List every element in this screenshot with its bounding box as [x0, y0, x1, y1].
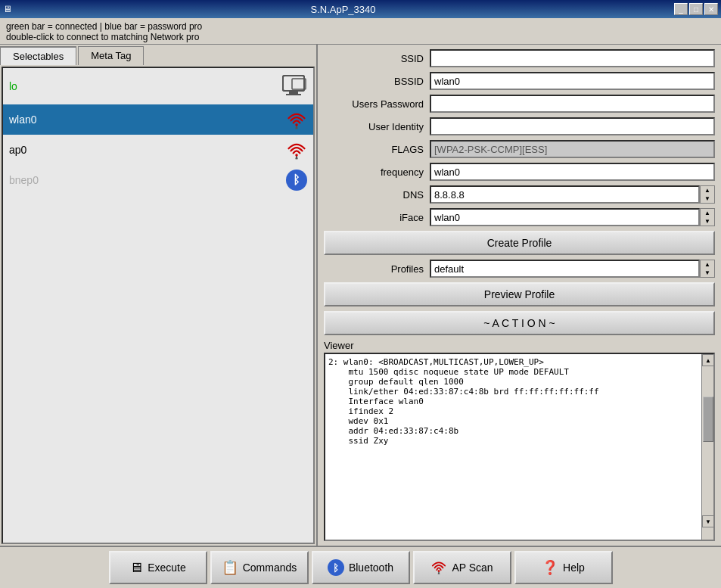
help-icon: ❓: [542, 559, 558, 576]
iface-spinner-down[interactable]: ▼: [701, 217, 714, 226]
wifi-scan-icon: [430, 558, 447, 577]
info-line2: double-click to connect to matching Netw…: [6, 32, 715, 42]
profiles-label: Profiles: [324, 263, 430, 275]
viewer-scroll-down[interactable]: ▼: [702, 515, 714, 527]
left-panel: Selectables Meta Tag lo: [0, 45, 318, 546]
bssid-label: BSSID: [324, 76, 430, 87]
dns-spinner-up[interactable]: ▲: [701, 186, 714, 194]
minimize-button[interactable]: _: [674, 3, 688, 15]
iface-label: iFace: [324, 212, 430, 223]
execute-button[interactable]: 🖥 Execute: [109, 551, 207, 584]
profiles-input[interactable]: [430, 260, 700, 278]
viewer-text[interactable]: 2: wlan0: <BROADCAST,MULTICAST,UP,LOWER_…: [325, 354, 701, 540]
commands-button[interactable]: 📋 Commands: [210, 551, 309, 584]
frequency-input[interactable]: [430, 163, 715, 181]
execute-label: Execute: [148, 562, 186, 574]
frequency-label: frequency: [324, 166, 430, 178]
flags-label: FLAGS: [324, 144, 430, 155]
wifi-icon-wlan0: [286, 109, 307, 130]
tab-selectables[interactable]: Selectables: [0, 46, 76, 65]
svg-rect-6: [296, 126, 297, 129]
info-bar: green bar = connected | blue bar = passw…: [0, 18, 721, 45]
iface-input[interactable]: [430, 208, 700, 226]
password-label: Users Password: [324, 98, 430, 110]
preview-profile-button[interactable]: Preview Profile: [324, 282, 715, 306]
maximize-button[interactable]: □: [689, 3, 703, 15]
dns-spinner-down[interactable]: ▼: [701, 194, 714, 203]
close-button[interactable]: ✕: [704, 3, 718, 15]
help-button[interactable]: ❓ Help: [514, 551, 613, 584]
frequency-row: frequency: [324, 163, 715, 181]
bottom-toolbar: 🖥 Execute 📋 Commands ᛒ Bluetooth: [0, 546, 721, 588]
svg-point-12: [438, 570, 440, 572]
wifi-icon-ap0: [286, 139, 307, 160]
profiles-spinner: ▲ ▼: [700, 260, 715, 278]
flags-row: FLAGS: [324, 140, 715, 158]
svg-rect-3: [283, 76, 304, 91]
identity-input[interactable]: [430, 117, 715, 135]
bssid-row: BSSID: [324, 72, 715, 90]
bluetooth-btn-icon: ᛒ: [328, 559, 344, 576]
profiles-input-group: ▲ ▼: [430, 260, 715, 278]
network-name-wlan0: wlan0: [9, 114, 37, 126]
network-item-lo[interactable]: lo: [3, 68, 313, 104]
svg-point-7: [295, 123, 298, 126]
network-name-ap0: ap0: [9, 144, 26, 156]
main-container: green bar = connected | blue bar = passw…: [0, 18, 721, 588]
network-name-lo: lo: [9, 80, 17, 92]
bssid-input[interactable]: [430, 72, 715, 90]
dns-label: DNS: [324, 189, 430, 201]
action-button[interactable]: ~ A C T I O N ~: [324, 311, 715, 335]
ap-scan-label: AP Scan: [452, 562, 493, 574]
network-item-ap0[interactable]: ap0: [3, 135, 313, 165]
create-profile-button[interactable]: Create Profile: [324, 231, 715, 255]
svg-point-10: [295, 154, 298, 157]
dns-row: DNS ▲ ▼: [324, 185, 715, 204]
app-icon: 🖥: [0, 4, 12, 14]
titlebar: 🖥 S.N.ApP_3340 _ □ ✕: [0, 0, 721, 18]
viewer-scroll-thumb[interactable]: [703, 397, 713, 442]
viewer-container: 2: wlan0: <BROADCAST,MULTICAST,UP,LOWER_…: [324, 353, 715, 541]
password-row: Users Password: [324, 95, 715, 113]
tab-bar: Selectables Meta Tag: [0, 45, 316, 65]
ssid-input[interactable]: [430, 49, 715, 67]
identity-row: User Identity: [324, 117, 715, 135]
profiles-spinner-down[interactable]: ▼: [701, 269, 714, 277]
tab-metatag[interactable]: Meta Tag: [78, 46, 144, 65]
iface-spinner: ▲ ▼: [700, 208, 715, 226]
monitor-icon: [280, 73, 307, 100]
info-line1: green bar = connected | blue bar = passw…: [6, 21, 715, 32]
ssid-row: SSID: [324, 49, 715, 67]
bluetooth-button[interactable]: ᛒ Bluetooth: [312, 551, 410, 584]
network-item-wlan0[interactable]: wlan0: [3, 104, 313, 135]
network-list: lo wlan0: [2, 67, 315, 544]
content-area: Selectables Meta Tag lo: [0, 45, 721, 546]
iface-spinner-up[interactable]: ▲: [701, 209, 714, 217]
profiles-spinner-up[interactable]: ▲: [701, 260, 714, 269]
viewer-label: Viewer: [324, 340, 715, 351]
iface-input-group: ▲ ▼: [430, 208, 715, 226]
monitor-icon: 🖥: [129, 560, 143, 576]
iface-row: iFace ▲ ▼: [324, 208, 715, 226]
network-name-bnep0: bnep0: [9, 174, 39, 186]
bluetooth-label: Bluetooth: [349, 562, 393, 574]
viewer-scrollbar[interactable]: ▲ ▼: [701, 354, 713, 540]
ssid-label: SSID: [324, 53, 430, 64]
svg-rect-9: [296, 157, 297, 160]
password-input[interactable]: [430, 95, 715, 113]
dns-input[interactable]: [430, 185, 700, 204]
help-label: Help: [563, 562, 585, 574]
viewer-scroll-up[interactable]: ▲: [702, 354, 714, 366]
ap-scan-button[interactable]: AP Scan: [413, 551, 511, 584]
bluetooth-icon-bnep0: ᛒ: [286, 170, 307, 191]
profiles-row: Profiles ▲ ▼: [324, 260, 715, 278]
window-controls: _ □ ✕: [674, 3, 721, 15]
bluetooth-circle: ᛒ: [286, 170, 307, 191]
svg-rect-0: [283, 76, 304, 91]
window-title: S.N.ApP_3340: [12, 4, 674, 15]
identity-label: User Identity: [324, 121, 430, 132]
flags-input: [430, 140, 715, 158]
right-panel: SSID BSSID Users Password User Identity …: [318, 45, 721, 546]
network-item-bnep0[interactable]: bnep0 ᛒ: [3, 165, 313, 195]
svg-rect-2: [286, 94, 301, 95]
